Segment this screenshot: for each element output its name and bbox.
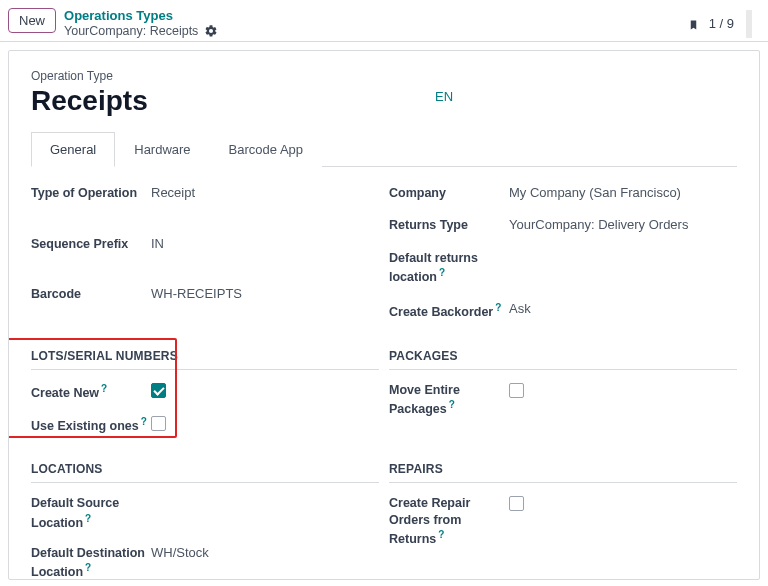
label-default-returns-location-text: Default returns location bbox=[389, 251, 478, 284]
section-title-locations: LOCATIONS bbox=[31, 462, 379, 483]
help-icon[interactable]: ? bbox=[449, 399, 455, 410]
label-move-entire-packages: Move Entire Packages? bbox=[389, 382, 509, 418]
form-sheet: Operation Type Receipts EN General Hardw… bbox=[8, 50, 760, 580]
title-overline: Operation Type bbox=[31, 69, 737, 83]
packages-section: PACKAGES Move Entire Packages? bbox=[389, 349, 737, 435]
help-icon[interactable]: ? bbox=[85, 513, 91, 524]
checkbox-create-repair-orders[interactable] bbox=[509, 496, 524, 511]
value-create-backorder[interactable]: Ask bbox=[509, 301, 737, 316]
breadcrumb-current-text: YourCompany: Receipts bbox=[64, 24, 198, 39]
breadcrumb: Operations Types YourCompany: Receipts bbox=[64, 8, 218, 39]
lots-section: LOTS/SERIAL NUMBERS Create New? Use Exis… bbox=[31, 349, 379, 435]
label-default-source-location-text: Default Source Location bbox=[31, 496, 119, 529]
section-title-repairs: REPAIRS bbox=[389, 462, 737, 483]
value-type-of-operation[interactable]: Receipt bbox=[151, 185, 379, 200]
label-create-repair-orders: Create Repair Orders from Returns? bbox=[389, 495, 509, 547]
help-icon[interactable]: ? bbox=[439, 267, 445, 278]
label-create-backorder: Create Backorder? bbox=[389, 301, 509, 320]
right-rail-placeholder bbox=[746, 10, 752, 38]
page-title: Receipts bbox=[31, 85, 737, 117]
help-icon[interactable]: ? bbox=[85, 562, 91, 573]
section-row-2: LOCATIONS Default Source Location? Defau… bbox=[31, 462, 737, 580]
help-icon[interactable]: ? bbox=[495, 302, 501, 313]
locations-section: LOCATIONS Default Source Location? Defau… bbox=[31, 462, 379, 580]
value-barcode[interactable]: WH-RECEIPTS bbox=[151, 286, 379, 301]
bookmark-icon[interactable] bbox=[688, 17, 697, 31]
value-default-destination-location[interactable]: WH/Stock bbox=[151, 545, 379, 560]
control-bar-left: New Operations Types YourCompany: Receip… bbox=[8, 8, 218, 39]
breadcrumb-current: YourCompany: Receipts bbox=[64, 24, 218, 39]
body-grid: Type of Operation Receipt Sequence Prefi… bbox=[31, 185, 737, 321]
checkbox-create-new[interactable] bbox=[151, 383, 166, 398]
control-bar-right: 1 / 9 bbox=[688, 10, 760, 38]
lang-badge[interactable]: EN bbox=[435, 89, 453, 104]
label-create-repair-orders-text: Create Repair Orders from Returns bbox=[389, 496, 470, 546]
label-sequence-prefix: Sequence Prefix bbox=[31, 236, 151, 252]
label-returns-type: Returns Type bbox=[389, 217, 509, 233]
help-icon[interactable]: ? bbox=[141, 416, 147, 427]
title-row: Receipts EN bbox=[31, 85, 737, 117]
label-create-new-text: Create New bbox=[31, 386, 99, 400]
left-column: Type of Operation Receipt Sequence Prefi… bbox=[31, 185, 379, 321]
section-row-1: LOTS/SERIAL NUMBERS Create New? Use Exis… bbox=[31, 349, 737, 435]
label-default-destination-location: Default Destination Location? bbox=[31, 545, 151, 580]
label-create-new: Create New? bbox=[31, 382, 151, 401]
section-title-packages: PACKAGES bbox=[389, 349, 737, 370]
value-returns-type[interactable]: YourCompany: Delivery Orders bbox=[509, 217, 737, 232]
repairs-section: REPAIRS Create Repair Orders from Return… bbox=[389, 462, 737, 580]
help-icon[interactable]: ? bbox=[438, 529, 444, 540]
value-sequence-prefix[interactable]: IN bbox=[151, 236, 379, 251]
label-type-of-operation: Type of Operation bbox=[31, 185, 151, 201]
pager[interactable]: 1 / 9 bbox=[709, 16, 734, 31]
tab-hardware[interactable]: Hardware bbox=[115, 132, 209, 167]
label-default-returns-location: Default returns location? bbox=[389, 250, 509, 286]
value-company[interactable]: My Company (San Francisco) bbox=[509, 185, 737, 200]
gear-icon[interactable] bbox=[204, 24, 218, 38]
label-create-backorder-text: Create Backorder bbox=[389, 305, 493, 319]
label-use-existing-text: Use Existing ones bbox=[31, 419, 139, 433]
help-icon[interactable]: ? bbox=[101, 383, 107, 394]
checkbox-move-entire-packages[interactable] bbox=[509, 383, 524, 398]
label-default-source-location: Default Source Location? bbox=[31, 495, 151, 531]
tab-general[interactable]: General bbox=[31, 132, 115, 167]
right-column: Company My Company (San Francisco) Retur… bbox=[389, 185, 737, 321]
tabs: General Hardware Barcode App bbox=[31, 131, 737, 167]
tab-barcode-app[interactable]: Barcode App bbox=[210, 132, 322, 167]
new-button[interactable]: New bbox=[8, 8, 56, 33]
label-barcode: Barcode bbox=[31, 286, 151, 302]
label-company: Company bbox=[389, 185, 509, 201]
checkbox-use-existing[interactable] bbox=[151, 416, 166, 431]
label-use-existing: Use Existing ones? bbox=[31, 415, 151, 434]
section-title-lots: LOTS/SERIAL NUMBERS bbox=[31, 349, 379, 370]
breadcrumb-root-link[interactable]: Operations Types bbox=[64, 8, 218, 24]
control-bar: New Operations Types YourCompany: Receip… bbox=[0, 0, 768, 42]
